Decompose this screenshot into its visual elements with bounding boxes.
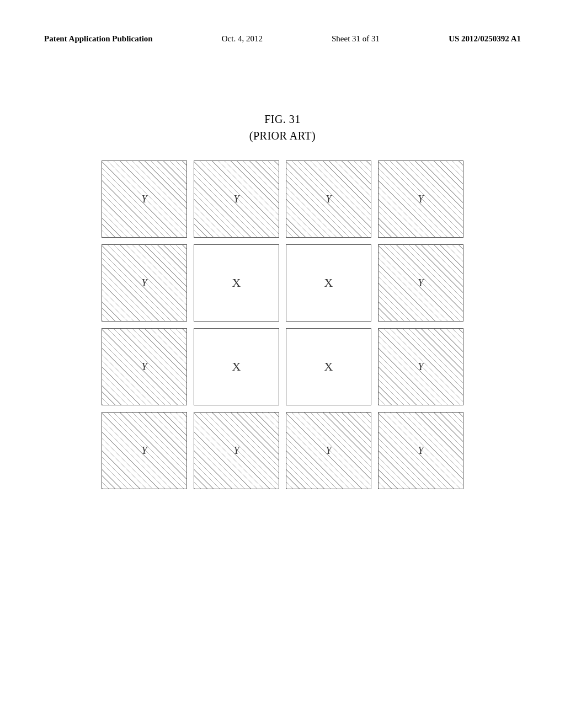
header-patent-number: US 2012/0250392 A1 [449,33,521,44]
grid-cell-2-2: X [286,328,371,405]
grid-cell-2-0: Y [102,328,187,405]
cell-label-0-1: Y [233,194,239,205]
figure-title-line2: (PRIOR ART) [249,130,316,142]
cell-label-0-2: Y [326,194,331,205]
grid-cell-3-1: Y [194,412,279,489]
grid-cell-0-2: Y [286,160,371,238]
grid-cell-0-0: Y [102,160,187,238]
cell-label-2-3: Y [418,361,423,373]
cell-label-0-0: Y [141,194,147,205]
figure-area: FIG. 31 (PRIOR ART) YYYYYXXYYXXYYYYY [44,111,521,489]
figure-title: FIG. 31 (PRIOR ART) [249,111,316,144]
cell-label-1-1: X [232,276,241,290]
grid-cell-1-2: X [286,244,371,322]
page: Patent Application Publication Oct. 4, 2… [0,0,565,728]
cell-label-3-3: Y [418,445,423,457]
cell-label-1-0: Y [141,277,147,289]
cell-label-2-1: X [232,360,241,374]
grid: YYYYYXXYYXXYYYYY [102,160,463,489]
grid-cell-1-1: X [194,244,279,322]
cell-label-2-0: Y [141,361,147,373]
header: Patent Application Publication Oct. 4, 2… [44,33,521,45]
cell-label-1-2: X [324,276,333,290]
cell-label-3-2: Y [326,445,331,457]
cell-label-1-3: Y [418,277,423,289]
header-date: Oct. 4, 2012 [222,33,263,44]
figure-title-line1: FIG. 31 [264,113,301,125]
grid-cell-1-3: Y [378,244,463,322]
cell-label-2-2: X [324,360,333,374]
grid-cell-0-1: Y [194,160,279,238]
grid-cell-3-3: Y [378,412,463,489]
grid-cell-2-3: Y [378,328,463,405]
header-publication-label: Patent Application Publication [44,33,153,45]
grid-cell-1-0: Y [102,244,187,322]
grid-cell-0-3: Y [378,160,463,238]
grid-cell-3-0: Y [102,412,187,489]
cell-label-3-0: Y [141,445,147,457]
cell-label-0-3: Y [418,194,423,205]
cell-label-3-1: Y [233,445,239,457]
grid-cell-3-2: Y [286,412,371,489]
grid-cell-2-1: X [194,328,279,405]
header-sheet: Sheet 31 of 31 [332,33,380,44]
